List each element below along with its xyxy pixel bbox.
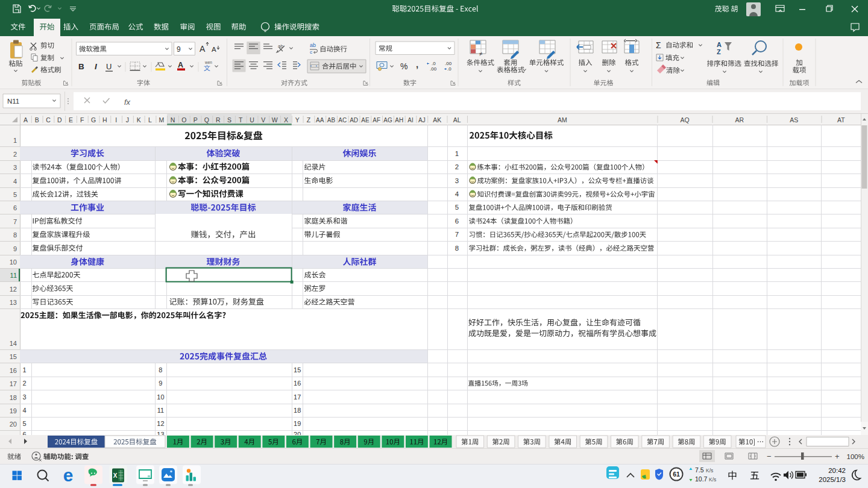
- svg-text:61: 61: [673, 471, 680, 478]
- svg-text:ab: ab: [310, 42, 316, 48]
- svg-text:AA: AA: [316, 117, 324, 124]
- svg-text:AT: AT: [837, 116, 845, 124]
- svg-text:AH: AH: [395, 117, 403, 124]
- svg-text:3: 3: [13, 164, 17, 171]
- svg-text:.0: .0: [447, 66, 451, 72]
- svg-text:19: 19: [10, 407, 17, 414]
- svg-text:4: 4: [13, 178, 17, 185]
- svg-text:1: 1: [13, 137, 17, 144]
- svg-text:5: 5: [23, 420, 27, 427]
- svg-text:%: %: [400, 61, 407, 71]
- svg-text:4: 4: [455, 190, 459, 198]
- svg-text:M: M: [159, 116, 164, 124]
- svg-text:AL: AL: [453, 116, 461, 124]
- svg-text:Σ: Σ: [656, 40, 661, 50]
- svg-text:AF: AF: [373, 117, 380, 124]
- svg-text:5: 5: [455, 204, 459, 211]
- svg-text:AE: AE: [361, 117, 370, 124]
- svg-text:T: T: [239, 116, 243, 124]
- svg-text:c: c: [310, 49, 312, 55]
- svg-text:wen: wen: [204, 60, 212, 64]
- svg-text:19: 19: [294, 420, 301, 427]
- svg-text:10: 10: [10, 258, 17, 266]
- svg-text:.00: .00: [430, 66, 437, 72]
- svg-text:11: 11: [157, 407, 164, 414]
- svg-text:15: 15: [294, 366, 301, 374]
- svg-text:Q: Q: [204, 116, 209, 124]
- svg-text:A: A: [24, 116, 28, 124]
- svg-text:B: B: [35, 116, 39, 124]
- svg-text:10.7: 10.7: [695, 475, 708, 483]
- svg-text:ab: ab: [278, 43, 283, 49]
- svg-text:15: 15: [10, 353, 17, 360]
- svg-text:E: E: [69, 116, 73, 124]
- svg-text:10: 10: [157, 393, 164, 401]
- svg-text:7: 7: [455, 231, 459, 238]
- svg-text:11: 11: [10, 272, 17, 279]
- svg-text:I: I: [95, 62, 97, 71]
- svg-text:6: 6: [13, 204, 17, 211]
- svg-text:18: 18: [10, 394, 17, 401]
- svg-text:J: J: [126, 116, 129, 124]
- svg-text:Z: Z: [307, 116, 311, 124]
- svg-text:3: 3: [455, 177, 459, 184]
- svg-text:X: X: [284, 116, 288, 124]
- svg-text:+: +: [835, 452, 840, 461]
- svg-text:AQ: AQ: [680, 116, 689, 124]
- svg-text:13: 13: [10, 299, 17, 306]
- svg-text:fx: fx: [124, 98, 131, 107]
- svg-text:L: L: [148, 116, 152, 124]
- svg-text:V: V: [261, 116, 265, 124]
- svg-text:A: A: [178, 61, 183, 69]
- svg-text:C: C: [46, 116, 51, 124]
- svg-text:2025/1/3: 2025/1/3: [819, 476, 846, 483]
- svg-text:R: R: [216, 116, 221, 124]
- svg-text:N: N: [171, 116, 175, 124]
- svg-text:Z: Z: [717, 48, 721, 55]
- svg-text:−: −: [767, 452, 772, 461]
- svg-text:8: 8: [455, 245, 459, 252]
- svg-text:8: 8: [13, 231, 17, 239]
- svg-text:W: W: [272, 116, 278, 124]
- svg-text:7: 7: [13, 218, 17, 225]
- svg-text:I: I: [115, 116, 117, 124]
- svg-text:12: 12: [157, 420, 164, 427]
- svg-text:AC: AC: [338, 117, 347, 124]
- svg-text:2: 2: [13, 151, 17, 158]
- svg-text:8: 8: [159, 366, 162, 374]
- svg-text:F: F: [80, 116, 84, 124]
- svg-text:16: 16: [10, 367, 17, 374]
- svg-text:H: H: [102, 116, 107, 124]
- svg-text:12: 12: [10, 286, 17, 293]
- svg-text:9: 9: [159, 380, 162, 387]
- svg-text:D: D: [57, 116, 62, 124]
- svg-text:P: P: [193, 116, 198, 124]
- svg-text:,: ,: [416, 59, 418, 69]
- svg-text:7.5: 7.5: [695, 466, 704, 474]
- svg-text:1: 1: [23, 366, 27, 374]
- svg-text:9: 9: [177, 45, 181, 54]
- svg-text:A: A: [200, 44, 206, 54]
- svg-text:1: 1: [455, 150, 459, 157]
- svg-text:B: B: [78, 62, 84, 71]
- svg-text:A: A: [717, 41, 722, 48]
- svg-text:e: e: [63, 465, 74, 485]
- svg-text:20: 20: [10, 421, 17, 428]
- svg-text:AD: AD: [350, 117, 358, 124]
- svg-text:O: O: [181, 116, 186, 124]
- svg-text:2: 2: [455, 163, 459, 170]
- svg-text:K/s: K/s: [709, 477, 716, 483]
- svg-text:17: 17: [294, 393, 301, 401]
- svg-text:S: S: [227, 116, 231, 124]
- svg-text:2: 2: [23, 380, 27, 387]
- svg-text:AB: AB: [327, 117, 336, 124]
- svg-text:.0: .0: [432, 61, 436, 66]
- svg-text:A: A: [212, 46, 216, 53]
- svg-text:100%: 100%: [847, 453, 864, 460]
- svg-text:AS: AS: [790, 116, 798, 124]
- svg-text:N11: N11: [7, 98, 19, 105]
- svg-text:18: 18: [294, 407, 301, 414]
- svg-text:AM: AM: [558, 116, 567, 124]
- svg-text:U: U: [106, 62, 112, 71]
- svg-text:.00: .00: [445, 61, 452, 66]
